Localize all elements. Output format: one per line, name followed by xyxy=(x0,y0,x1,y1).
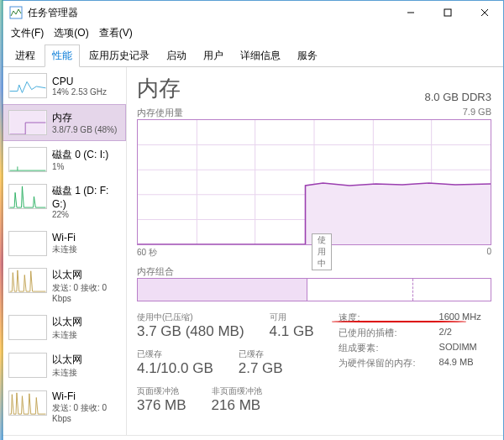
stat-used-value: 3.7 GB (480 MB) xyxy=(137,323,244,340)
x-axis-right: 0 xyxy=(486,247,491,259)
ethernet-thumb-icon xyxy=(8,315,47,340)
sidebar-item-label: 以太网 xyxy=(52,268,120,282)
external-edge-decoration xyxy=(0,0,3,440)
sidebar-item-wifi1[interactable]: Wi-Fi未连接 xyxy=(3,225,126,262)
sidebar-item-sub: 14% 2.53 GHz xyxy=(52,87,107,97)
sidebar-item-label: Wi-Fi xyxy=(52,390,120,402)
stats-right: 速度:1600 MHz 已使用的插槽:2/2 组成要素:SODIMM 为硬件保留… xyxy=(339,312,480,414)
window-title: 任务管理器 xyxy=(28,6,392,20)
memory-usage-chart xyxy=(137,119,491,245)
stat-used-label: 使用中(已压缩) xyxy=(137,312,244,323)
wifi-thumb-icon xyxy=(8,231,47,256)
cpu-thumb-icon xyxy=(8,73,47,98)
sidebar-item-disk0[interactable]: 磁盘 0 (C: I:)1% xyxy=(3,141,126,178)
sidebar: CPU14% 2.53 GHz 内存3.8/7.9 GB (48%) 磁盘 0 … xyxy=(3,67,127,435)
disk-thumb-icon xyxy=(8,147,47,172)
page-title: 内存 xyxy=(137,74,181,103)
hw-reserved-label: 为硬件保留的内存: xyxy=(339,357,415,369)
sidebar-item-sub: 3.8/7.9 GB (48%) xyxy=(52,125,117,134)
stat-avail-label: 可用 xyxy=(270,312,314,323)
menubar: 文件(F) 选项(O) 查看(V) xyxy=(3,24,503,44)
sidebar-item-sub: 发送: 0 接收: 0 Kbps xyxy=(52,402,120,423)
tab-performance[interactable]: 性能 xyxy=(45,45,80,67)
sidebar-item-disk1[interactable]: 磁盘 1 (D: F: G:)22% xyxy=(3,178,126,225)
tab-users[interactable]: 用户 xyxy=(196,45,231,67)
stat-paged-label: 页面缓冲池 xyxy=(137,385,186,397)
app-icon xyxy=(9,6,23,19)
body: CPU14% 2.53 GHz 内存3.8/7.9 GB (48%) 磁盘 0 … xyxy=(3,67,503,435)
tabs: 进程 性能 应用历史记录 启动 用户 详细信息 服务 xyxy=(3,44,503,67)
sidebar-item-ethernet1[interactable]: 以太网发送: 0 接收: 0 Kbps xyxy=(3,262,126,309)
tab-startup[interactable]: 启动 xyxy=(159,45,194,67)
sidebar-item-sub: 1% xyxy=(52,162,108,171)
sidebar-item-sub: 未连接 xyxy=(52,367,82,379)
stat-avail-value: 4.1 GB xyxy=(270,323,314,340)
form-value: SODIMM xyxy=(439,342,481,354)
sidebar-item-label: 磁盘 0 (C: I:) xyxy=(52,148,108,162)
annotation-red-underline xyxy=(332,321,466,322)
menu-file[interactable]: 文件(F) xyxy=(11,26,44,40)
tab-app-history[interactable]: 应用历史记录 xyxy=(81,45,157,67)
memory-thumb-icon xyxy=(8,110,47,135)
menu-options[interactable]: 选项(O) xyxy=(54,26,88,40)
titlebar: 任务管理器 xyxy=(3,1,503,24)
tab-services[interactable]: 服务 xyxy=(290,45,325,67)
hw-reserved-value: 84.9 MB xyxy=(439,357,481,369)
sidebar-item-sub: 未连接 xyxy=(52,329,82,341)
stat-paged-value: 376 MB xyxy=(137,397,186,414)
usage-chart-max: 7.9 GB xyxy=(463,107,491,119)
sidebar-item-label: 磁盘 1 (D: F: G:) xyxy=(52,184,120,210)
ethernet-thumb-icon xyxy=(8,353,47,378)
window-controls xyxy=(392,1,503,24)
sidebar-item-ethernet2[interactable]: 以太网未连接 xyxy=(3,309,126,347)
stat-cache-value: 2.7 GB xyxy=(239,360,283,377)
sidebar-item-sub: 未连接 xyxy=(52,244,77,255)
form-label: 组成要素: xyxy=(339,342,415,354)
composition-in-use xyxy=(138,279,307,301)
svg-rect-2 xyxy=(444,9,451,16)
sidebar-item-sub: 发送: 0 接收: 0 Kbps xyxy=(52,282,120,303)
minimize-button[interactable] xyxy=(392,1,429,24)
stat-nonpaged-label: 非页面缓冲池 xyxy=(212,385,262,397)
stat-commit-value: 4.1/10.0 GB xyxy=(137,360,213,377)
sidebar-item-sub: 22% xyxy=(52,210,120,219)
tab-details[interactable]: 详细信息 xyxy=(233,45,288,67)
sidebar-item-ethernet3[interactable]: 以太网未连接 xyxy=(3,347,126,385)
sidebar-item-cpu[interactable]: CPU14% 2.53 GHz xyxy=(3,67,126,104)
sidebar-item-wifi2[interactable]: Wi-Fi发送: 0 接收: 0 Kbps xyxy=(3,385,126,429)
x-axis-left: 60 秒 xyxy=(137,247,157,259)
stat-commit-label: 已缓存 xyxy=(137,348,213,360)
sidebar-item-label: 以太网 xyxy=(52,353,82,367)
memory-spec: 8.0 GB DDR3 xyxy=(425,91,491,103)
footer: 简略信息(D) 打开资源监视器 xyxy=(3,435,503,440)
sidebar-item-label: Wi-Fi xyxy=(52,232,77,244)
tab-processes[interactable]: 进程 xyxy=(8,45,43,67)
disk-thumb-icon xyxy=(8,184,47,209)
maximize-button[interactable] xyxy=(429,1,466,24)
task-manager-window: 任务管理器 文件(F) 选项(O) 查看(V) 进程 性能 应用历史记录 启动 … xyxy=(2,0,504,440)
ethernet-thumb-icon xyxy=(8,268,47,293)
sidebar-item-label: 内存 xyxy=(52,111,117,125)
composition-free xyxy=(413,279,491,301)
sidebar-item-label: CPU xyxy=(52,76,107,87)
menu-view[interactable]: 查看(V) xyxy=(99,26,133,40)
stat-cache-label: 已缓存 xyxy=(239,348,283,360)
memory-composition-chart xyxy=(137,278,491,301)
wifi-thumb-icon xyxy=(8,390,47,416)
sidebar-item-label: 以太网 xyxy=(52,315,82,329)
slots-label: 已使用的插槽: xyxy=(339,327,415,339)
stat-nonpaged-value: 216 MB xyxy=(212,397,262,414)
sidebar-item-memory[interactable]: 内存3.8/7.9 GB (48%) xyxy=(3,104,126,141)
composition-standby xyxy=(307,279,413,301)
main-panel: 内存 8.0 GB DDR3 内存使用量 7.9 GB 60 秒 xyxy=(127,67,503,435)
slots-value: 2/2 xyxy=(439,327,481,339)
svg-marker-16 xyxy=(306,183,491,244)
close-button[interactable] xyxy=(466,1,503,24)
usage-chart-label: 内存使用量 xyxy=(137,107,183,119)
x-axis-marker xyxy=(321,247,323,259)
